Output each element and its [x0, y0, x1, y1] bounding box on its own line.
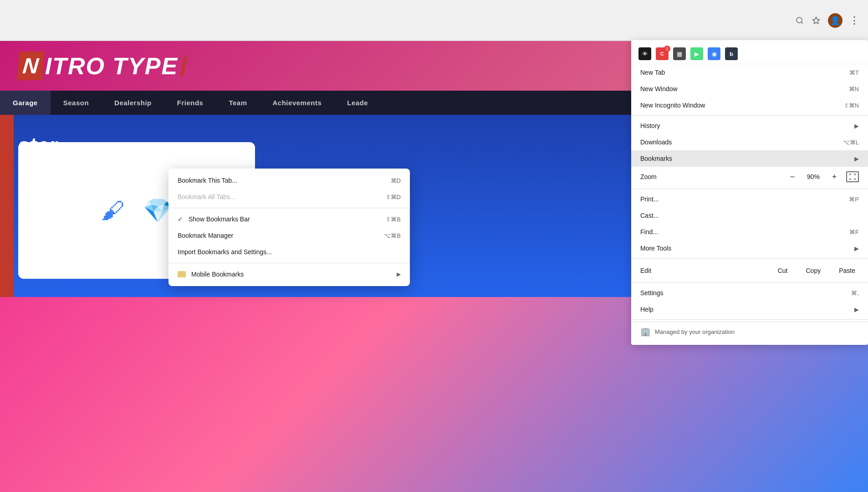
bookmark-this-tab[interactable]: Bookmark This Tab... ⌘D [168, 172, 410, 189]
find-shortcut: ⌘F [849, 229, 859, 236]
downloads-label: Downloads [640, 138, 672, 146]
cast-label: Cast... [640, 212, 659, 219]
new-incognito-shortcut: ⇧⌘N [844, 102, 859, 109]
help-label: Help [640, 306, 654, 313]
copy-button[interactable]: Copy [802, 265, 825, 276]
chrome-new-window[interactable]: New Window ⌘N [631, 81, 868, 97]
show-bookmarks-bar-left: ✓ Show Bookmarks Bar [178, 215, 250, 223]
find-label: Find... [640, 228, 658, 236]
bookmarks-label: Bookmarks [640, 155, 672, 162]
more-icon[interactable]: ⋮ [850, 16, 859, 25]
bookmark-this-tab-shortcut: ⌘D [391, 177, 401, 184]
diamond-icon: 💎 [143, 197, 173, 225]
bookmark-all-tabs-left: Bookmark All Tabs... [178, 193, 235, 200]
cut-button[interactable]: Cut [774, 265, 791, 276]
bookmark-manager-shortcut: ⌥⌘B [384, 232, 401, 239]
nav-item-season[interactable]: Season [51, 91, 102, 115]
import-bookmarks-label: Import Bookmarks and Settings... [178, 248, 272, 256]
star-icon[interactable] [812, 16, 821, 25]
ext-blue-icon[interactable]: ◉ [708, 47, 720, 60]
chrome-divider-4 [631, 282, 868, 283]
help-arrow: ▶ [854, 306, 859, 313]
print-shortcut: ⌘P [849, 196, 859, 203]
new-window-shortcut: ⌘N [849, 86, 859, 92]
show-bookmarks-bar-shortcut: ⇧⌘B [386, 216, 401, 223]
ext-play-icon[interactable]: ▶ [690, 47, 703, 60]
zoom-fullscreen-button[interactable] [846, 171, 859, 182]
zoom-label: Zoom [640, 173, 786, 180]
show-bookmarks-bar[interactable]: ✓ Show Bookmarks Bar ⇧⌘B [168, 211, 410, 227]
checkmark-icon: ✓ [178, 215, 183, 223]
new-window-label: New Window [640, 85, 678, 92]
chrome-history[interactable]: History ▶ [631, 118, 868, 134]
ext-badge: 2 [664, 46, 670, 52]
new-tab-label: New Tab [640, 69, 665, 76]
bookmark-divider-2 [168, 263, 410, 263]
zoom-row: Zoom − 90% + [631, 167, 868, 187]
chrome-print[interactable]: Print... ⌘P [631, 191, 868, 207]
managed-row: 🏢 Managed by your organization [631, 322, 868, 341]
search-icon[interactable] [795, 16, 804, 25]
svg-marker-2 [813, 17, 820, 23]
nav-item-leaderboard[interactable]: Leade [334, 91, 381, 115]
extensions-row: 👁 C 2 ▦ ▶ ◉ b [631, 44, 868, 64]
edit-actions: Cut Copy Paste [774, 265, 859, 276]
history-arrow: ▶ [854, 123, 859, 129]
chrome-menu: 👁 C 2 ▦ ▶ ◉ b New Tab ⌘T New Window ⌘N N… [631, 40, 868, 345]
bookmark-manager[interactable]: Bookmark Manager ⌥⌘B [168, 227, 410, 244]
downloads-shortcut: ⌥⌘L [843, 139, 859, 146]
browser-chrome: 👤 ⋮ [0, 0, 868, 41]
zoom-minus-button[interactable]: − [786, 170, 799, 183]
import-bookmarks-left: Import Bookmarks and Settings... [178, 248, 272, 256]
chrome-find[interactable]: Find... ⌘F [631, 224, 868, 240]
managed-text: Managed by your organization [655, 328, 735, 335]
bookmark-all-tabs-shortcut: ⇧⌘D [386, 194, 401, 200]
more-tools-label: More Tools [640, 245, 671, 252]
nav-item-friends[interactable]: Friends [164, 91, 216, 115]
more-tools-arrow: ▶ [854, 245, 859, 252]
nav-item-team[interactable]: Team [216, 91, 260, 115]
ext-grid-icon[interactable]: ▦ [673, 47, 686, 60]
svg-point-0 [797, 17, 802, 23]
logo-n: N [17, 51, 44, 80]
bookmark-all-tabs[interactable]: Bookmark All Tabs... ⇧⌘D [168, 189, 410, 205]
svg-line-1 [801, 22, 802, 23]
ext-bold-icon[interactable]: b [725, 47, 738, 60]
bookmark-submenu: Bookmark This Tab... ⌘D Bookmark All Tab… [168, 169, 410, 286]
zoom-plus-button[interactable]: + [828, 170, 841, 183]
settings-shortcut: ⌘, [851, 290, 859, 297]
chrome-bookmarks[interactable]: Bookmarks ▶ [631, 150, 868, 167]
mobile-bookmarks[interactable]: Mobile Bookmarks ▶ [168, 266, 410, 282]
chrome-downloads[interactable]: Downloads ⌥⌘L [631, 134, 868, 150]
bookmark-this-tab-label: Bookmark This Tab... [178, 177, 237, 184]
chrome-divider-5 [631, 319, 868, 320]
bookmark-this-tab-left: Bookmark This Tab... [178, 177, 237, 184]
zoom-value: 90% [804, 173, 822, 180]
chrome-more-tools[interactable]: More Tools ▶ [631, 240, 868, 256]
chrome-settings[interactable]: Settings ⌘, [631, 285, 868, 301]
profile-avatar[interactable]: 👤 [828, 13, 842, 28]
paste-button[interactable]: Paste [835, 265, 859, 276]
import-bookmarks[interactable]: Import Bookmarks and Settings... [168, 244, 410, 260]
chrome-divider-3 [631, 258, 868, 259]
nav-item-garage[interactable]: Garage [0, 91, 51, 115]
folder-icon [178, 271, 186, 277]
brush-icon: 🖌 [101, 197, 125, 224]
organization-icon: 🏢 [640, 327, 650, 337]
nav-item-achievements[interactable]: Achievements [260, 91, 335, 115]
chrome-cast[interactable]: Cast... [631, 207, 868, 224]
ext-red-icon[interactable]: C 2 [656, 47, 669, 60]
bookmark-manager-left: Bookmark Manager [178, 232, 233, 239]
bookmarks-arrow: ▶ [854, 155, 859, 162]
bookmark-divider-1 [168, 208, 410, 208]
chrome-divider-1 [631, 115, 868, 116]
chrome-help[interactable]: Help ▶ [631, 301, 868, 318]
dark-reader-icon[interactable]: 👁 [638, 47, 651, 60]
nav-item-dealership[interactable]: Dealership [102, 91, 164, 115]
browser-toolbar: 👤 ⋮ [795, 13, 859, 28]
chrome-new-tab[interactable]: New Tab ⌘T [631, 64, 868, 81]
logo: N ITRO TYPE / [18, 50, 188, 82]
bookmark-manager-label: Bookmark Manager [178, 232, 233, 239]
edit-row: Edit Cut Copy Paste [631, 261, 868, 281]
chrome-new-incognito[interactable]: New Incognito Window ⇧⌘N [631, 97, 868, 113]
